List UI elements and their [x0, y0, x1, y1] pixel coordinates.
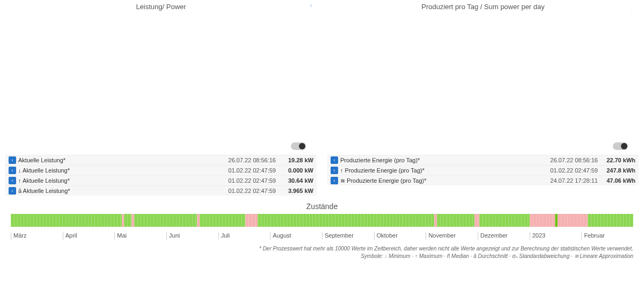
- collapse-icon[interactable]: ‹: [9, 187, 16, 195]
- chart-title: Produziert pro Tag / Sum power per day: [421, 3, 545, 11]
- stat-time: 24.07.22 17:28:11: [550, 177, 598, 184]
- stat-row: ‹ ↑ Aktuelle Leistung* 01.02.22 02:47:59…: [5, 175, 317, 185]
- stat-row: ‹ Aktuelle Leistung* 26.07.22 08:56:16 1…: [5, 155, 317, 165]
- stat-label: ↑ Aktuelle Leistung*: [18, 177, 228, 184]
- stat-label: Produzierte Energie (pro Tag)*: [340, 157, 550, 163]
- states-month-axis: MärzAprilMaiJuniJuliAugustSeptemberOktob…: [11, 232, 633, 240]
- footnotes: * Der Prozesswert hat mehr als 10000 Wer…: [0, 240, 644, 264]
- states-title: Zustände: [0, 202, 644, 211]
- collapse-icon[interactable]: ‹: [9, 167, 16, 174]
- stat-time: 01.02.22 02:47:59: [228, 188, 276, 194]
- stat-time: 26.07.22 08:56:16: [228, 157, 276, 163]
- stat-time: 01.02.22 02:47:59: [228, 177, 276, 184]
- stat-label: ↓ Aktuelle Leistung*: [18, 167, 228, 174]
- series-toggle[interactable]: [613, 142, 628, 150]
- collapse-icon[interactable]: ‹: [331, 167, 338, 174]
- zoom-icon[interactable]: 0510152025303522.Jul23.Jul24.Jul25.Jul26…: [302, 1, 311, 11]
- collapse-icon[interactable]: ‹: [331, 156, 338, 164]
- collapse-icon[interactable]: ‹: [9, 177, 16, 184]
- stat-value: 3.965 kW: [281, 188, 313, 194]
- svg-text:35: 35: [311, 3, 311, 8]
- stat-row: ‹ ā Aktuelle Leistung* 01.02.22 02:47:59…: [5, 185, 317, 196]
- collapse-icon[interactable]: ‹: [9, 156, 16, 164]
- stat-value: 19.28 kW: [281, 157, 313, 163]
- stat-value: 30.64 kW: [281, 177, 313, 184]
- stat-label: ā Aktuelle Leistung*: [18, 188, 228, 194]
- stat-row: ‹ Produzierte Energie (pro Tag)* 26.07.2…: [327, 155, 639, 165]
- stat-value: 247.8 kWh: [603, 167, 635, 174]
- series-toggle[interactable]: [291, 142, 306, 150]
- chart-title: Leistung/ Power: [136, 3, 186, 11]
- stat-time: 01.02.22 02:47:59: [228, 167, 276, 174]
- stat-row: ‹ ≅ Produzierte Energie (pro Tag)* 24.07…: [327, 175, 639, 185]
- stat-label: ≅ Produzierte Energie (pro Tag)*: [340, 177, 550, 184]
- stat-time: 01.02.22 02:47:59: [550, 167, 598, 174]
- states-timeline: [11, 214, 633, 227]
- svg-text:250: 250: [631, 10, 633, 11]
- stat-label: Aktuelle Leistung*: [18, 157, 228, 163]
- stat-value: 0.000 kW: [281, 167, 313, 174]
- collapse-icon[interactable]: ‹: [331, 177, 338, 184]
- stat-row: ‹ ↑ Produzierte Energie (pro Tag)* 01.02…: [327, 165, 639, 175]
- stat-time: 26.07.22 08:56:16: [550, 157, 598, 163]
- stat-label: ↑ Produzierte Energie (pro Tag)*: [340, 167, 550, 174]
- stat-row: ‹ ↓ Aktuelle Leistung* 01.02.22 02:47:59…: [5, 165, 317, 175]
- stat-value: 47.06 kWh: [603, 177, 635, 184]
- chart-plot[interactable]: [327, 13, 639, 153]
- chart-plot[interactable]: [5, 13, 317, 153]
- stat-value: 22.70 kWh: [603, 157, 635, 163]
- zoom-icon[interactable]: 05010015020025022.Jul23.Jul24.Jul25.Jul2…: [624, 1, 633, 11]
